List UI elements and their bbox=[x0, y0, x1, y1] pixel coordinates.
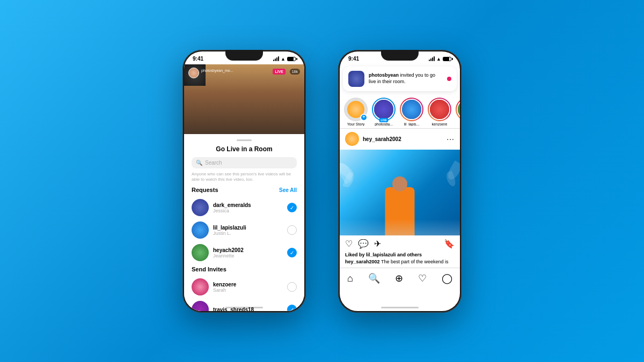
invite-check-1[interactable] bbox=[287, 282, 297, 292]
time-left: 9:41 bbox=[193, 56, 203, 62]
user-avatar-2 bbox=[192, 221, 209, 239]
add-story-icon: + bbox=[360, 114, 368, 121]
requests-label: Requests bbox=[192, 187, 218, 193]
username-2: lil_lapislazuli bbox=[213, 225, 283, 231]
nav-home-icon[interactable]: ⌂ bbox=[347, 273, 353, 284]
signal-icon bbox=[273, 56, 279, 61]
search-placeholder: Search bbox=[205, 160, 222, 166]
live-badge: LIVE bbox=[273, 69, 286, 75]
story-lapis[interactable]: lil_lapis... bbox=[400, 98, 423, 126]
battery-icon bbox=[287, 57, 296, 61]
post-username: hey_sarah2002 bbox=[363, 136, 443, 142]
notch bbox=[225, 50, 263, 61]
user-avatar-3 bbox=[192, 244, 209, 261]
invite-avatar-2 bbox=[192, 301, 209, 311]
streamer-avatar bbox=[188, 68, 199, 78]
request-row-1[interactable]: dark_emeralds Jessica ✓ bbox=[192, 196, 297, 219]
request-row-3[interactable]: heyach2002 Jeannette ✓ bbox=[192, 241, 297, 264]
story-label-kenzoere: kenzoere bbox=[432, 122, 448, 126]
post-caption: hey_sarah2002 The best part of the weeke… bbox=[340, 259, 460, 268]
notice-text: Anyone who can see this person's live vi… bbox=[192, 172, 297, 183]
username-3: heyach2002 bbox=[213, 247, 283, 253]
caption-username: hey_sarah2002 bbox=[345, 259, 380, 264]
story-kenzoere[interactable]: kenzoere bbox=[428, 98, 451, 126]
notification-dot bbox=[447, 77, 451, 81]
post-image bbox=[340, 150, 460, 235]
modal-handle bbox=[237, 139, 252, 141]
story-live[interactable]: LIVE photosby... bbox=[372, 98, 396, 126]
bottom-nav: ⌂ 🔍 ⊕ ♡ ◯ bbox=[340, 268, 460, 286]
story-label-photosby: photosby... bbox=[375, 122, 393, 126]
time-right: 9:41 bbox=[348, 56, 359, 62]
notification-banner: photosbyean invited you to go live in th… bbox=[343, 67, 457, 91]
like-icon[interactable]: ♡ bbox=[345, 239, 353, 249]
notif-sender: photosbyean bbox=[369, 72, 399, 78]
signal-icon-right bbox=[429, 56, 435, 61]
your-story-label: Your Story bbox=[347, 122, 364, 126]
notch-right bbox=[381, 50, 419, 61]
notif-avatar bbox=[348, 71, 364, 87]
invites-header: Send Invites bbox=[192, 266, 297, 272]
user-avatar-1 bbox=[192, 199, 209, 216]
post-header: hey_sarah2002 ··· bbox=[340, 128, 460, 150]
wifi-icon-right: ▲ bbox=[436, 56, 441, 62]
plant-left bbox=[342, 155, 364, 198]
stories-row: + Your Story LIVE photosby... bbox=[340, 93, 460, 128]
story-dark[interactable]: dark_e... bbox=[456, 98, 460, 126]
caption-text: The best part of the weekend is bbox=[381, 259, 449, 264]
person-head bbox=[392, 176, 407, 191]
battery-icon-right bbox=[443, 57, 451, 61]
user-info-2: lil_lapislazuli Justin L. bbox=[213, 225, 283, 236]
nav-profile-icon[interactable]: ◯ bbox=[442, 272, 452, 284]
user-info-1: dark_emeralds Jessica bbox=[213, 202, 283, 213]
nav-heart-icon[interactable]: ♡ bbox=[418, 272, 427, 284]
comment-icon[interactable]: 💬 bbox=[358, 239, 369, 249]
nav-add-icon[interactable]: ⊕ bbox=[395, 272, 403, 284]
streamer-username: photosbyean_mo... bbox=[201, 69, 233, 72]
requests-header: Requests See All bbox=[192, 187, 297, 193]
share-icon[interactable]: ✈ bbox=[374, 239, 381, 249]
story-your[interactable]: + Your Story bbox=[344, 98, 368, 126]
right-phone: 9:41 ▲ photosbyean invited you to go liv… bbox=[338, 50, 462, 313]
check-3[interactable]: ✓ bbox=[287, 248, 297, 257]
post-user-avatar bbox=[345, 132, 359, 146]
request-row-2[interactable]: lil_lapislazuli Justin L. bbox=[192, 219, 297, 241]
invite-row-1[interactable]: kenzoere Sarah bbox=[192, 276, 297, 298]
send-invites-section: Send Invites kenzoere Sarah travis_shred… bbox=[192, 266, 297, 311]
realname-1: Jessica bbox=[213, 208, 283, 213]
invite-realname-1: Sarah bbox=[213, 287, 283, 293]
realname-3: Jeannette bbox=[213, 253, 283, 258]
more-options-icon[interactable]: ··· bbox=[447, 135, 455, 143]
notification-text: photosbyean invited you to go live in th… bbox=[369, 72, 443, 85]
realname-2: Justin L. bbox=[213, 231, 283, 236]
check-1[interactable]: ✓ bbox=[287, 203, 297, 212]
invite-info-1: kenzoere Sarah bbox=[213, 282, 283, 293]
send-invites-label: Send Invites bbox=[192, 266, 226, 272]
viewers-count: 18k bbox=[290, 69, 300, 75]
post-actions: ♡ 💬 ✈ 🔖 bbox=[340, 235, 460, 252]
username-1: dark_emeralds bbox=[213, 202, 283, 208]
live-preview: photosbyean_mo... LIVE 18k bbox=[184, 64, 304, 134]
story-label-lapis: lil_lapis... bbox=[404, 122, 420, 126]
plant-right bbox=[438, 152, 457, 190]
invite-check-2[interactable]: ✓ bbox=[287, 305, 297, 311]
left-phone: 9:41 ▲ photosbyean_mo... LIVE 18k bbox=[182, 50, 306, 313]
check-2[interactable] bbox=[287, 225, 297, 235]
search-icon: 🔍 bbox=[196, 160, 202, 166]
status-icons-left: ▲ bbox=[273, 56, 296, 62]
bookmark-icon[interactable]: 🔖 bbox=[444, 239, 455, 249]
user-info-3: heyach2002 Jeannette bbox=[213, 247, 283, 258]
live-story-badge: LIVE bbox=[379, 118, 388, 122]
status-icons-right: ▲ bbox=[429, 56, 451, 62]
invite-row-2[interactable]: travis_shreds18 ✓ bbox=[192, 298, 297, 311]
home-indicator-left bbox=[225, 307, 263, 308]
invite-username-1: kenzoere bbox=[213, 282, 283, 287]
see-all-button[interactable]: See All bbox=[279, 187, 297, 193]
modal-title: Go Live in a Room bbox=[192, 145, 297, 153]
invite-avatar-1 bbox=[192, 278, 209, 295]
nav-search-icon[interactable]: 🔍 bbox=[368, 272, 380, 284]
wifi-icon: ▲ bbox=[281, 56, 286, 62]
search-bar[interactable]: 🔍 Search bbox=[192, 157, 297, 168]
go-live-modal: Go Live in a Room 🔍 Search Anyone who ca… bbox=[184, 134, 304, 311]
post-likes: Liked by lil_lapislazuli and others bbox=[340, 252, 460, 259]
